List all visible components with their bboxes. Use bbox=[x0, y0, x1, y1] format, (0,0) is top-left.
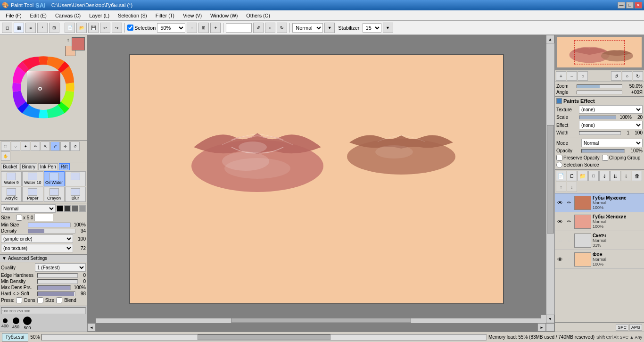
brush-water10[interactable]: Water 10 bbox=[22, 171, 43, 186]
brush-acrylic[interactable]: Acrylic bbox=[1, 187, 22, 202]
vscroll-thumb[interactable] bbox=[547, 125, 554, 234]
layer-move-up[interactable]: ↑ bbox=[556, 182, 566, 192]
tool-pen[interactable]: 🖊 bbox=[50, 142, 60, 151]
tool-move[interactable]: ✛ bbox=[60, 142, 70, 151]
size-pressure[interactable] bbox=[16, 215, 22, 221]
scroll-bottom[interactable]: ▼ bbox=[546, 315, 554, 323]
toolbar-new[interactable]: 📄 bbox=[65, 23, 75, 33]
status-tab[interactable]: Губы.sai bbox=[2, 333, 28, 342]
tool-select-rect[interactable]: ⬚ bbox=[1, 142, 10, 151]
density-slider[interactable] bbox=[28, 229, 75, 234]
nav-zoom-in[interactable]: + bbox=[556, 71, 566, 81]
layer-move-down[interactable]: ↓ bbox=[567, 182, 577, 192]
max-dens-slider[interactable] bbox=[37, 285, 71, 290]
selection-source-radio[interactable] bbox=[556, 162, 562, 168]
nav-rotate-right[interactable]: ↻ bbox=[633, 71, 643, 81]
brush-size-450[interactable] bbox=[13, 317, 19, 324]
tool-lasso[interactable]: ○ bbox=[11, 142, 20, 151]
brush-blur[interactable]: Blur bbox=[65, 187, 86, 202]
texture-effect-dropdown[interactable]: (none) bbox=[579, 105, 643, 114]
toolbar-redo[interactable]: ↪ bbox=[112, 23, 122, 33]
brush-binary[interactable]: Binary bbox=[20, 163, 37, 170]
zoom-fit[interactable]: ⊞ bbox=[198, 23, 209, 33]
nav-zoom-reset[interactable]: ○ bbox=[578, 71, 588, 81]
layer-folder[interactable]: 📁 bbox=[578, 171, 588, 181]
min-size-slider[interactable] bbox=[28, 223, 71, 227]
preserve-opacity-check[interactable] bbox=[556, 155, 562, 161]
menu-view[interactable]: View (V) bbox=[179, 12, 206, 19]
layer-1-pen[interactable]: ✏ bbox=[565, 199, 573, 207]
quality-dropdown[interactable]: 1 (Fastest) bbox=[35, 263, 86, 272]
width-slider[interactable] bbox=[579, 131, 621, 135]
scroll-top[interactable]: ▲ bbox=[546, 35, 554, 43]
color-swap-btn[interactable]: ↕ bbox=[67, 37, 69, 42]
menu-window[interactable]: Window (W) bbox=[206, 12, 241, 19]
rotate-right[interactable]: ↻ bbox=[277, 23, 287, 33]
layer-1-eye[interactable]: 👁 bbox=[556, 199, 564, 207]
layer-item-2[interactable]: 👁 ✏ Губы Женские Normal 100% bbox=[555, 212, 644, 231]
menu-edit[interactable]: Edit (E) bbox=[26, 12, 50, 19]
min-density-slider[interactable] bbox=[37, 279, 78, 284]
toolbar-btn-1[interactable]: ◻ bbox=[2, 23, 12, 33]
toolbar-undo[interactable]: ↩ bbox=[100, 23, 110, 33]
apg-btn[interactable]: APG bbox=[629, 324, 642, 331]
scroll-bar-bottom[interactable] bbox=[41, 334, 487, 341]
edge-hardness-slider[interactable] bbox=[37, 273, 78, 278]
layer-item-4[interactable]: 👁 ○ Фон Normal 100% bbox=[555, 250, 644, 269]
menu-filter[interactable]: Filter (T) bbox=[152, 12, 178, 19]
size-value-input[interactable]: 30.0 bbox=[34, 214, 53, 221]
minimize-button[interactable]: — bbox=[618, 2, 625, 8]
tool-eyedropper[interactable]: ✏ bbox=[31, 142, 40, 151]
tool-magic-wand[interactable]: ✦ bbox=[21, 142, 30, 151]
size-check[interactable] bbox=[37, 297, 43, 303]
layer-item-1[interactable]: 👁 ✏ Губы Мужские Normal 100% bbox=[555, 193, 644, 212]
brush-blend-mode[interactable]: Normal bbox=[1, 204, 56, 213]
maximize-button[interactable]: □ bbox=[626, 2, 634, 8]
opacity-slider[interactable] bbox=[581, 149, 625, 153]
blend-mode-toolbar[interactable]: Normal bbox=[292, 23, 323, 33]
nav-zoom-out[interactable]: − bbox=[567, 71, 577, 81]
toolbar-btn-3[interactable]: ≡ bbox=[25, 23, 36, 33]
layer-new-file[interactable]: 📄 bbox=[556, 171, 566, 181]
brush-size-500[interactable] bbox=[23, 317, 32, 325]
brush-inkpen[interactable]: Ink Pen bbox=[38, 163, 58, 170]
zoom-dropdown[interactable]: 50%100%200% bbox=[157, 23, 185, 33]
brush-paper[interactable]: Paper bbox=[22, 187, 43, 202]
angle-slider[interactable] bbox=[577, 91, 622, 94]
brush-spread[interactable] bbox=[65, 171, 86, 186]
layer-item-3[interactable]: ○ ○ Скетч Normal 31% bbox=[555, 231, 644, 250]
dens-check[interactable] bbox=[16, 297, 22, 303]
layer-new-group[interactable]: 🗒 bbox=[567, 171, 577, 181]
toolbar-open[interactable]: 📂 bbox=[76, 23, 87, 33]
selection-checkbox[interactable] bbox=[127, 25, 133, 31]
layer-3-pen-empty[interactable]: ○ bbox=[565, 236, 573, 245]
drawing-canvas[interactable] bbox=[129, 54, 504, 304]
layer-merge-down[interactable]: ⇓ bbox=[599, 171, 610, 181]
color-black1[interactable] bbox=[57, 205, 63, 212]
color-black4[interactable] bbox=[79, 205, 86, 212]
nav-rotate-left[interactable]: ↺ bbox=[611, 71, 621, 81]
advanced-toggle[interactable]: ▼ Advanced Settings bbox=[0, 254, 87, 262]
tool-rotate[interactable]: ↺ bbox=[70, 142, 80, 151]
hard-soft-slider[interactable] bbox=[37, 292, 75, 296]
vscroll-track[interactable] bbox=[546, 43, 554, 315]
layer-copy[interactable]: ⇓ bbox=[621, 171, 631, 181]
brush-bucket[interactable]: Bucket bbox=[1, 163, 19, 170]
brush-crayon[interactable]: Crayon bbox=[44, 187, 65, 202]
canvas-area[interactable]: ▲ ▼ ◄ ► bbox=[87, 35, 554, 332]
shape-dropdown[interactable]: (simple circle) bbox=[1, 234, 73, 243]
blend-check[interactable] bbox=[56, 297, 62, 303]
angle-input[interactable]: +000° bbox=[226, 23, 252, 33]
layer-mask[interactable]: □ bbox=[588, 171, 599, 181]
zoom-in[interactable]: + bbox=[210, 23, 221, 33]
foreground-color[interactable] bbox=[72, 37, 85, 50]
layer-2-pen[interactable]: ✏ bbox=[565, 217, 573, 226]
stabilizer-dropdown[interactable]: 15051020 bbox=[363, 23, 381, 33]
rotate-left[interactable]: ↺ bbox=[253, 23, 264, 33]
menu-others[interactable]: Others (O) bbox=[242, 12, 274, 19]
toolbar-save[interactable]: 💾 bbox=[88, 23, 99, 33]
layer-2-eye[interactable]: 👁 bbox=[556, 217, 564, 226]
zoom-out[interactable]: − bbox=[187, 23, 197, 33]
brush-size-400[interactable] bbox=[3, 318, 8, 323]
scale-slider[interactable] bbox=[579, 116, 616, 119]
